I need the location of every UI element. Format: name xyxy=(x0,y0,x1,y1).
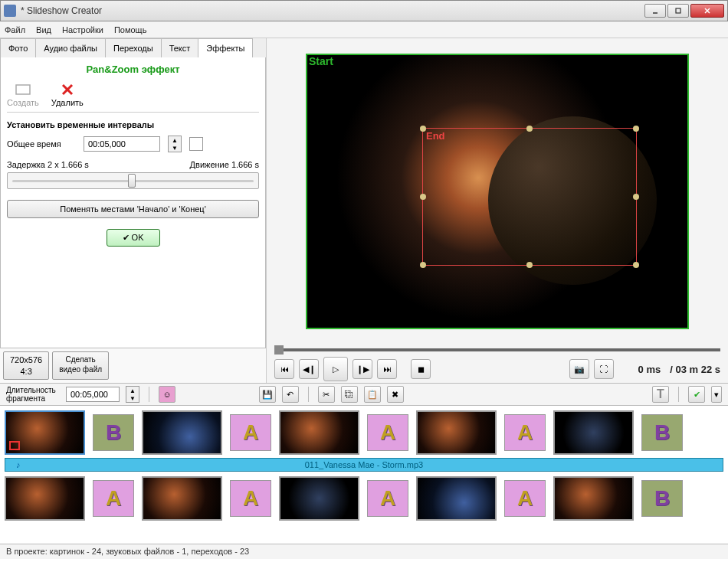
start-label: Start xyxy=(309,55,333,67)
intervals-header: Установить временные интервалы xyxy=(7,120,259,129)
text-tool-button[interactable]: T xyxy=(652,386,669,403)
status-bar: В проекте: картинок - 24, звуковых файло… xyxy=(0,544,728,559)
current-time: 0 ms xyxy=(638,364,661,375)
total-time-input[interactable] xyxy=(84,136,160,152)
clip-thumbnail[interactable] xyxy=(142,410,222,455)
make-video-button[interactable]: Сделать видео файл xyxy=(52,351,109,380)
transition-item[interactable]: A xyxy=(504,480,546,517)
titlebar: * Slideshow Creator xyxy=(0,0,728,21)
menu-file[interactable]: Файл xyxy=(5,25,25,34)
effect-marker-icon xyxy=(9,441,20,450)
transition-item[interactable]: A xyxy=(230,414,271,451)
transition-item[interactable]: B xyxy=(641,414,683,451)
end-label: End xyxy=(426,130,633,142)
transition-item[interactable]: A xyxy=(504,414,546,451)
menu-view[interactable]: Вид xyxy=(36,25,51,34)
close-button[interactable] xyxy=(690,4,724,18)
step-back-button[interactable]: ◀❙ xyxy=(299,359,319,379)
tab-strip: Фото Аудио файлы Переходы Текст Эффекты xyxy=(0,38,266,57)
delay-motion-slider[interactable] xyxy=(7,172,259,189)
apply-button[interactable]: ✔ xyxy=(688,386,705,403)
effects-panel: Pan&Zoom эффект Создать Удалить Установи… xyxy=(0,57,266,348)
stop-button[interactable]: ◼ xyxy=(411,359,431,379)
resize-handle[interactable] xyxy=(633,126,639,132)
scrub-knob[interactable] xyxy=(274,345,284,355)
paste-button[interactable]: 📋 xyxy=(364,386,381,403)
clip-thumbnail[interactable] xyxy=(553,476,634,521)
resize-handle[interactable] xyxy=(633,262,639,268)
preview-frame[interactable]: Start End xyxy=(306,54,689,329)
divider xyxy=(7,112,259,113)
play-button[interactable]: ▷ xyxy=(323,357,348,381)
step-forward-button[interactable]: ❙▶ xyxy=(353,359,372,379)
end-region[interactable]: End xyxy=(422,128,637,266)
fragment-duration-input[interactable] xyxy=(66,387,120,402)
minimize-button[interactable] xyxy=(644,4,666,18)
tab-audio[interactable]: Аудио файлы xyxy=(35,38,106,57)
left-panel: Фото Аудио файлы Переходы Текст Эффекты … xyxy=(0,38,267,383)
resize-handle[interactable] xyxy=(633,194,639,200)
save-button[interactable]: 💾 xyxy=(259,386,276,403)
timeline-row: A A A A B xyxy=(5,476,723,521)
svg-rect-1 xyxy=(676,8,680,13)
transition-item[interactable]: A xyxy=(93,480,134,517)
tab-transitions[interactable]: Переходы xyxy=(105,38,162,57)
preview-area: Start End ⏮ ◀❙ ▷ ❙▶ ⏭ xyxy=(267,38,728,383)
resize-handle[interactable] xyxy=(420,194,426,200)
goto-start-button[interactable]: ⏮ xyxy=(274,359,294,379)
resize-handle[interactable] xyxy=(526,126,533,132)
snapshot-button[interactable]: 📷 xyxy=(569,359,589,379)
menu-help[interactable]: Помощь xyxy=(114,25,147,34)
resize-handle[interactable] xyxy=(420,126,426,132)
delete-button[interactable]: Удалить xyxy=(51,83,84,107)
scrub-bar[interactable] xyxy=(267,345,728,355)
clip-thumbnail[interactable] xyxy=(279,410,359,455)
delete-item-button[interactable]: ✖ xyxy=(387,386,404,403)
undo-button[interactable]: ↶ xyxy=(282,386,299,403)
transition-item[interactable]: A xyxy=(367,480,408,517)
menu-settings[interactable]: Настройки xyxy=(62,25,103,34)
clip-thumbnail[interactable] xyxy=(5,410,85,455)
resolution-button[interactable]: 720x5764:3 xyxy=(3,351,49,380)
swap-start-end-button[interactable]: Поменять местами 'Начало' и 'Конец' xyxy=(7,200,259,218)
timeline[interactable]: B A A A B ♪ 011_Vanessa Mae - Storm.mp3 … xyxy=(0,406,728,544)
expand-icon: ⛶ xyxy=(599,364,608,374)
goto-end-button[interactable]: ⏭ xyxy=(377,359,397,379)
window-title: * Slideshow Creator xyxy=(21,5,643,16)
transition-item[interactable]: A xyxy=(367,414,408,451)
motion-label: Движение 1.666 s xyxy=(190,160,259,169)
music-note-icon: ♪ xyxy=(16,460,21,469)
clip-thumbnail[interactable] xyxy=(279,476,359,521)
create-button: Создать xyxy=(7,83,39,107)
rectangle-icon xyxy=(15,83,31,96)
tab-effects[interactable]: Эффекты xyxy=(198,38,253,57)
time-spinner[interactable]: ▲▼ xyxy=(168,136,182,152)
audio-track[interactable]: ♪ 011_Vanessa Mae - Storm.mp3 xyxy=(5,458,723,472)
link-checkbox[interactable] xyxy=(189,137,203,151)
tab-photo[interactable]: Фото xyxy=(0,38,36,57)
clip-thumbnail[interactable] xyxy=(416,476,497,521)
fragment-spinner[interactable]: ▲▼ xyxy=(126,386,139,403)
total-time: / 03 m 22 s xyxy=(670,364,720,375)
face-button[interactable]: ☺ xyxy=(159,386,175,403)
apply-dropdown[interactable]: ▾ xyxy=(711,386,722,403)
floppy-icon: 💾 xyxy=(262,390,273,400)
app-icon xyxy=(4,5,16,17)
delete-x-icon xyxy=(59,83,76,96)
resize-handle[interactable] xyxy=(526,262,533,268)
fullscreen-button[interactable]: ⛶ xyxy=(594,359,614,379)
slider-thumb[interactable] xyxy=(128,174,136,188)
transition-item[interactable]: B xyxy=(641,480,683,517)
clip-thumbnail[interactable] xyxy=(5,476,85,521)
transition-item[interactable]: B xyxy=(93,414,134,451)
tab-text[interactable]: Текст xyxy=(161,38,199,57)
resize-handle[interactable] xyxy=(420,262,426,268)
clip-thumbnail[interactable] xyxy=(142,476,222,521)
clip-thumbnail[interactable] xyxy=(416,410,497,455)
clip-thumbnail[interactable] xyxy=(553,410,634,455)
copy-button[interactable]: ⿻ xyxy=(341,386,358,403)
ok-button[interactable]: ✔ OK xyxy=(107,229,160,247)
transition-item[interactable]: A xyxy=(230,480,271,517)
maximize-button[interactable] xyxy=(667,4,689,18)
cut-button[interactable]: ✂ xyxy=(318,386,335,403)
